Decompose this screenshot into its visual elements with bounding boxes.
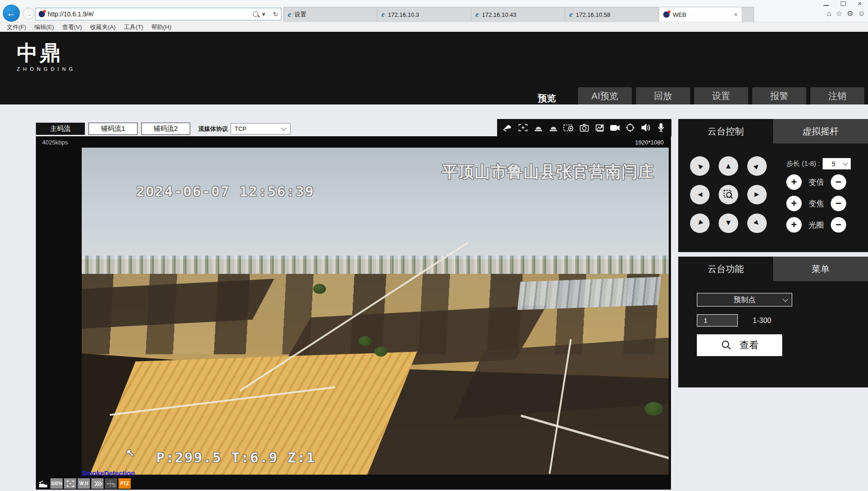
osd-location: 平顶山市鲁山县张官营南闫庄 [442,161,654,183]
menu-tools[interactable]: 工具(T) [124,23,143,31]
forward-icon: → [25,10,32,18]
close-tab-icon[interactable]: × [734,11,738,18]
browser-tab-settings[interactable]: e 设置 [283,7,377,22]
nav-tab-logout[interactable]: 注销 [810,87,864,104]
nav-tab-alarm[interactable]: 报警 [752,87,806,104]
nav-tab-playback[interactable]: 回放 [636,87,690,104]
video-player[interactable]: 4025kbps 1920*1080 2024-06-07 12:56: [36,136,671,490]
view-button[interactable]: 查看 [697,334,782,356]
iris-close-button[interactable]: − [831,217,846,233]
pan-up-left-button[interactable]: ▲ [690,156,710,176]
home-icon[interactable]: ⌂ [827,10,831,18]
site-favicon [39,11,45,17]
menu-edit[interactable]: 编辑(E) [35,23,54,31]
nav-tab-ai-preview[interactable]: AI预览 [578,87,632,104]
fit-screen-icon[interactable] [64,478,76,489]
search-dropdown-icon[interactable]: ▾ [262,10,265,18]
preset-range-label: 1-300 [753,317,771,325]
search-icon[interactable] [253,11,258,17]
ptz-toggle-button[interactable]: PTZ [118,478,131,489]
triangle-icon: ▲ [752,161,763,172]
triangle-icon: ▲ [695,161,705,172]
bitrate-label: 4025kbps [42,139,68,146]
address-bar[interactable]: http://10.6.1.9/#/ ▾ ↻ [35,8,281,20]
preset-number-input[interactable] [697,314,738,327]
zoom-label: 变倍 [802,177,831,188]
pan-left-button[interactable]: ▲ [690,185,710,204]
audio-icon[interactable] [640,122,651,133]
tab-menu[interactable]: 菜单 [773,257,868,281]
microphone-icon[interactable] [655,122,667,133]
main-stream-button[interactable]: 主码流 [36,123,85,135]
pan-up-button[interactable]: ▲ [719,156,738,176]
ptz-control-panel: 云台控制 虚拟摇杆 ▲ ▲ ▲ ▲ ▲ ▲ ▲ ▲ 步长 (1-8) : 5 +… [678,119,868,252]
tab-label: 172.16.10.3 [388,11,419,18]
new-tab-button[interactable] [742,7,754,22]
smoke-detection-link[interactable]: SmokeDetection [82,469,135,477]
triangle-icon: ▲ [725,162,732,170]
window-maximize-icon[interactable] [841,1,846,6]
menu-file[interactable]: 文件(F) [7,23,26,31]
wiper-icon[interactable] [502,122,513,133]
tab-label: WEB [673,11,686,18]
pan-right-button[interactable]: ▲ [747,185,767,204]
menu-view[interactable]: 查看(V) [62,23,82,31]
snapshot-icon[interactable] [578,122,590,133]
view-button-label: 查看 [740,339,759,352]
iris-open-button[interactable]: + [786,217,802,233]
focus-out-button[interactable]: − [831,196,846,211]
favorites-icon[interactable]: ☆ [836,9,842,18]
tab-ptz-function[interactable]: 云台功能 [678,257,773,281]
pan-down-left-button[interactable]: ▲ [690,213,710,233]
warning-light-icon-1[interactable] [533,122,544,133]
sub-stream2-button[interactable]: 辅码流2 [141,123,190,135]
pan-down-right-button[interactable]: ▲ [747,213,767,233]
flow-icon[interactable] [91,478,104,489]
menu-favorites[interactable]: 收藏夹(A) [90,23,115,31]
window-titlebar: × [0,0,868,6]
stream-device-icon[interactable] [37,478,49,489]
picture-icon[interactable] [594,122,606,133]
zoom-in-button[interactable]: + [786,174,802,190]
area-zoom-icon[interactable] [563,122,575,133]
aspect-ratio-button[interactable]: W:H [78,478,90,489]
menu-help[interactable]: 帮助(H) [151,23,171,31]
pan-down-button[interactable]: ▲ [719,213,738,233]
chevron-down-icon [843,160,848,165]
zoom-out-button[interactable]: − [831,174,846,190]
step-select[interactable]: 5 [823,158,851,169]
browser-tab-172-16-10-43[interactable]: e 172.16.10.43 [471,7,565,22]
protocol-label: 流媒体协议 [198,125,228,133]
browser-tab-web-active[interactable]: WEB × [659,7,742,22]
position-icon[interactable] [624,122,636,133]
sub-stream1-button[interactable]: 辅码流1 [89,123,138,135]
back-button[interactable]: ← [3,5,20,22]
refresh-icon[interactable]: ↻ [273,10,278,18]
focus-in-button[interactable]: + [786,196,802,211]
zoom-level-button[interactable]: 100% [50,478,63,489]
feedback-icon[interactable]: ☺ [858,10,865,18]
protocol-select[interactable]: TCP [231,123,291,134]
preset-select[interactable]: 预制点 [697,293,792,307]
warning-light-icon-2[interactable] [547,122,559,133]
video-frame[interactable]: 2024-06-07 12:56:39 平顶山市鲁山县张官营南闫庄 ↖ P:29… [82,148,669,475]
forward-button[interactable]: → [23,8,35,20]
browser-tab-172-16-10-3[interactable]: e 172.16.10.3 [377,7,471,22]
browser-tab-172-16-10-58[interactable]: e 172.16.10.58 [565,7,659,22]
axis-locate-icon[interactable] [105,478,117,489]
tab-virtual-joystick[interactable]: 虚拟摇杆 [773,119,868,144]
ie-favicon: e [569,11,573,18]
area-scan-button[interactable] [719,185,738,204]
iris-label: 光圈 [802,220,831,230]
window-close-icon[interactable]: × [858,1,862,6]
scene-buildings [518,277,661,310]
record-icon[interactable] [609,122,621,133]
focus-label: 变焦 [802,198,831,209]
focus-frame-icon[interactable] [517,122,529,133]
nav-tab-settings[interactable]: 设置 [694,87,748,104]
tab-ptz-control[interactable]: 云台控制 [678,119,773,144]
window-minimize-icon[interactable] [824,5,829,6]
url-text[interactable]: http://10.6.1.9/#/ [48,10,250,18]
pan-up-right-button[interactable]: ▲ [747,156,767,176]
gear-icon[interactable]: ⚙ [847,9,853,18]
